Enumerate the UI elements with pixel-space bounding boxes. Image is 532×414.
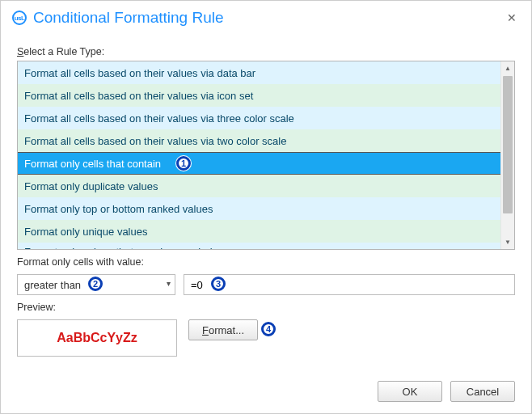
preview-row: AaBbCcYyZz Format... 4 bbox=[17, 319, 515, 357]
value-input[interactable] bbox=[184, 274, 515, 295]
preview-label: Preview: bbox=[17, 302, 515, 313]
rule-type-listbox[interactable]: Format all cells based on their values v… bbox=[17, 61, 515, 250]
list-item[interactable]: Format only values that are above or bel… bbox=[18, 243, 500, 249]
scroll-down-icon[interactable]: ▼ bbox=[501, 235, 514, 249]
list-item[interactable]: Format all cells based on their values v… bbox=[18, 107, 500, 129]
list-item-selected[interactable]: Format only cells that contain 1 bbox=[18, 152, 500, 175]
callout-1: 1 bbox=[176, 156, 191, 171]
dialog-body: Select a Rule Type: Format all cells bas… bbox=[1, 32, 531, 413]
list-item[interactable]: Format only unique values bbox=[18, 220, 500, 243]
callout-4: 4 bbox=[261, 322, 276, 336]
comparison-input[interactable] bbox=[17, 274, 175, 295]
dialog-window: usL Conditional Formatting Rule ✕ Select… bbox=[0, 0, 532, 414]
list-item[interactable]: Format all cells based on their values v… bbox=[18, 84, 500, 107]
rule-type-label: Select a Rule Type: bbox=[17, 46, 515, 57]
ok-button[interactable]: OK bbox=[378, 381, 442, 402]
list-item[interactable]: Format only top or bottom ranked values bbox=[18, 197, 500, 220]
list-item[interactable]: Format only duplicate values bbox=[18, 175, 500, 197]
preview-box: AaBbCcYyZz bbox=[17, 319, 177, 357]
rule-type-list-inner: Format all cells based on their values v… bbox=[18, 61, 500, 249]
close-icon[interactable]: ✕ bbox=[502, 10, 521, 26]
dialog-footer: OK Cancel bbox=[17, 370, 515, 402]
scroll-thumb[interactable] bbox=[503, 76, 513, 213]
app-icon: usL bbox=[12, 11, 27, 25]
preview-text: AaBbCcYyZz bbox=[57, 331, 137, 345]
scroll-up-icon[interactable]: ▲ bbox=[501, 61, 514, 75]
list-item[interactable]: Format all cells based on their values v… bbox=[18, 61, 500, 84]
titlebar: usL Conditional Formatting Rule ✕ bbox=[1, 1, 531, 32]
comparison-combo[interactable]: ▾ 2 bbox=[17, 274, 175, 295]
scrollbar[interactable]: ▲ ▼ bbox=[500, 61, 514, 249]
condition-row: ▾ 2 3 bbox=[17, 274, 515, 295]
dialog-title: Conditional Formatting Rule bbox=[33, 9, 502, 27]
format-cells-label: Format only cells with value: bbox=[17, 256, 515, 268]
format-button[interactable]: Format... bbox=[188, 319, 258, 340]
list-item[interactable]: Format all cells based on their values v… bbox=[18, 129, 500, 152]
cancel-button[interactable]: Cancel bbox=[450, 381, 515, 402]
